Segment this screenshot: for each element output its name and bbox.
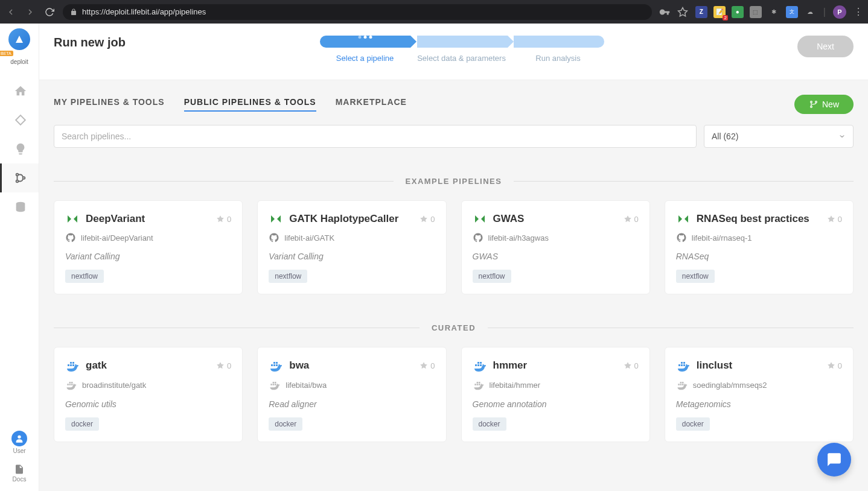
new-button[interactable]: New: [794, 95, 854, 114]
card-title: RNASeq best practices: [697, 213, 809, 225]
browser-menu-icon[interactable]: ⋮: [854, 6, 863, 17]
url-text: https://deploit.lifebit.ai/app/pipelines: [82, 7, 206, 16]
svg-marker-12: [828, 215, 835, 222]
card-title: bwa: [289, 360, 309, 372]
sidebar-docs[interactable]: Docs: [0, 459, 39, 491]
svg-marker-16: [828, 362, 835, 369]
svg-marker-13: [217, 362, 224, 369]
card-tag: docker: [473, 417, 506, 431]
extension-z-icon[interactable]: Z: [695, 6, 707, 18]
card-title: gatk: [86, 360, 107, 372]
sidebar-item-pipelines[interactable]: [0, 163, 39, 192]
extension-notes-icon[interactable]: 📝2: [713, 6, 726, 18]
pipeline-card[interactable]: linclust 0 soedinglab/mmseqs2 Metagenomi…: [665, 347, 854, 442]
card-tag: nextflow: [65, 270, 104, 283]
svg-marker-14: [420, 362, 427, 369]
chat-fab[interactable]: [817, 443, 851, 477]
card-tag: nextflow: [473, 270, 511, 283]
card-description: GWAS: [473, 252, 639, 261]
github-icon: [65, 232, 76, 243]
card-tag: nextflow: [269, 270, 307, 283]
search-input[interactable]: [54, 125, 697, 148]
card-tag: docker: [269, 417, 302, 431]
extension-gray-icon[interactable]: ⬚: [750, 6, 762, 18]
step-2-label: Select data & parameters: [413, 54, 510, 63]
forward-button[interactable]: [24, 6, 36, 18]
pipeline-card[interactable]: gatk 0 broadinstitute/gatk Genomic utils…: [54, 347, 243, 442]
card-stars: 0: [624, 215, 639, 224]
tab-public-pipelines[interactable]: PUBLIC PIPELINES & TOOLS: [184, 97, 316, 112]
sidebar-item-insights[interactable]: [0, 135, 39, 163]
card-repo: broadinstitute/gatk: [65, 379, 231, 391]
star-icon: [827, 215, 835, 223]
card-description: Variant Calling: [65, 252, 231, 261]
reload-button[interactable]: [43, 6, 56, 18]
profile-avatar[interactable]: P: [833, 5, 846, 19]
pipeline-card[interactable]: GATK HaplotypeCaller 0 lifebit-ai/GATK V…: [257, 200, 446, 294]
svg-point-8: [815, 101, 817, 103]
browser-toolbar: https://deploit.lifebit.ai/app/pipelines…: [0, 0, 868, 24]
extension-green-icon[interactable]: ●: [732, 6, 744, 18]
card-title: hmmer: [493, 360, 528, 372]
lock-icon: [70, 8, 77, 16]
svg-point-3: [22, 177, 25, 179]
card-tag: nextflow: [676, 270, 715, 283]
pipeline-card[interactable]: DeepVariant 0 lifebit-ai/DeepVariant Var…: [54, 200, 243, 294]
bookmark-star-icon[interactable]: [677, 7, 688, 17]
key-icon[interactable]: [659, 7, 670, 17]
pipeline-card[interactable]: hmmer 0 lifebitai/hmmer Genome annotatio…: [461, 347, 650, 442]
docs-icon: [14, 464, 25, 475]
svg-marker-10: [420, 215, 427, 222]
star-icon: [624, 215, 632, 223]
extension-cloud-icon[interactable]: ☁: [804, 6, 816, 18]
docker-icon: [269, 358, 283, 373]
pipeline-card[interactable]: bwa 0 lifebitai/bwa Read aligner docker: [257, 347, 446, 442]
tab-marketplace[interactable]: MARKETPLACE: [336, 97, 407, 112]
extension-puzzle-icon[interactable]: ✱: [768, 6, 780, 18]
card-repo: soedinglab/mmseqs2: [676, 379, 842, 391]
beta-badge: BETA: [0, 51, 13, 56]
next-button[interactable]: Next: [797, 36, 854, 57]
new-button-label: New: [822, 100, 839, 109]
card-stars: 0: [624, 361, 639, 370]
svg-point-2: [16, 180, 18, 183]
tab-my-pipelines[interactable]: MY PIPELINES & TOOLS: [54, 97, 165, 112]
github-icon: [269, 232, 279, 243]
docker-icon: [65, 358, 80, 373]
stepper: Select a pipeline Select data & paramete…: [317, 36, 607, 63]
nextflow-icon: [473, 212, 487, 226]
pipeline-card[interactable]: RNASeq best practices 0 lifebit-ai/rnase…: [665, 200, 854, 294]
card-repo: lifebitai/hmmer: [473, 379, 639, 391]
svg-point-5: [18, 436, 21, 439]
github-icon: [676, 232, 687, 243]
card-stars: 0: [216, 215, 231, 224]
back-button[interactable]: [5, 6, 17, 18]
svg-point-6: [811, 101, 812, 103]
filter-dropdown[interactable]: All (62): [704, 125, 854, 148]
sidebar-user[interactable]: User: [0, 426, 39, 459]
card-description: RNASeq: [676, 252, 842, 261]
docker-icon: [65, 379, 77, 391]
pipeline-card[interactable]: GWAS 0 lifebit-ai/h3agwas GWAS nextflow: [461, 200, 650, 294]
extension-translate-icon[interactable]: 文: [786, 6, 798, 18]
step-1-label[interactable]: Select a pipeline: [317, 54, 413, 63]
star-icon: [420, 215, 428, 223]
extension-icons: Z 📝2 ● ⬚ ✱ 文 ☁: [695, 6, 816, 18]
svg-marker-9: [217, 215, 224, 222]
user-icon: [11, 431, 27, 446]
filter-value: All (62): [712, 131, 738, 141]
logo[interactable]: BETA deploit: [5, 28, 34, 65]
card-title: GATK HaplotypeCaller: [289, 213, 398, 225]
sidebar-item-jobs[interactable]: [0, 106, 39, 135]
card-description: Read aligner: [269, 399, 435, 409]
card-stars: 0: [827, 215, 842, 224]
card-repo: lifebit-ai/GATK: [269, 232, 435, 243]
user-label: User: [13, 448, 25, 454]
sidebar-item-data[interactable]: [0, 192, 39, 221]
card-tag: docker: [676, 417, 710, 431]
card-description: Genomic utils: [65, 399, 231, 409]
sidebar-item-home[interactable]: [0, 77, 39, 106]
card-stars: 0: [827, 361, 842, 370]
star-icon: [216, 215, 225, 223]
address-bar[interactable]: https://deploit.lifebit.ai/app/pipelines: [63, 4, 652, 20]
